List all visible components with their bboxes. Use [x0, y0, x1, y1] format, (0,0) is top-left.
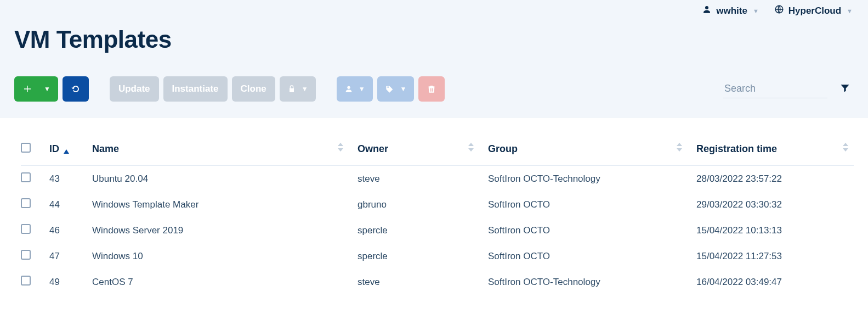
column-header-group-label: Group: [488, 143, 518, 154]
tag-icon: [385, 85, 395, 93]
svg-point-0: [705, 6, 708, 9]
table-row[interactable]: 47Windows 10spercleSoftIron OCTO15/04/20…: [21, 243, 854, 269]
topbar: wwhite ▼ HyperCloud ▼: [0, 0, 868, 19]
table-row[interactable]: 49CentOS 7steveSoftIron OCTO-Technology1…: [21, 269, 854, 295]
cell-group: SoftIron OCTO: [488, 217, 696, 243]
toolbar: ▼ Update Instantiate Clone: [14, 76, 854, 102]
sort-icon: [677, 143, 682, 154]
filter-icon[interactable]: [839, 82, 850, 96]
row-checkbox[interactable]: [21, 224, 31, 234]
trash-icon: [427, 84, 436, 94]
cell-id: 47: [49, 243, 92, 269]
page-header: VM Templates ▼ Update: [0, 19, 868, 117]
refresh-button[interactable]: [63, 76, 89, 102]
cell-registration: 16/04/2022 03:49:47: [696, 269, 854, 295]
cell-registration: 15/04/2022 10:13:13: [696, 217, 854, 243]
cell-group: SoftIron OCTO-Technology: [488, 166, 696, 192]
cell-owner: gbruno: [358, 192, 488, 217]
cell-group: SoftIron OCTO-Technology: [488, 269, 696, 295]
user-icon: [702, 4, 712, 17]
table-row[interactable]: 44Windows Template MakergbrunoSoftIron O…: [21, 192, 854, 217]
column-header-owner-label: Owner: [358, 143, 388, 154]
row-checkbox[interactable]: [21, 250, 31, 260]
page-title: VM Templates: [14, 26, 854, 53]
caret-down-icon: ▼: [753, 8, 759, 14]
table-row[interactable]: 46Windows Server 2019spercleSoftIron OCT…: [21, 217, 854, 243]
cell-name: Windows 10: [92, 243, 358, 269]
sort-icon: [338, 143, 343, 154]
user-icon: [344, 85, 353, 93]
cell-id: 43: [49, 166, 92, 192]
cell-owner: steve: [358, 166, 488, 192]
cell-owner: steve: [358, 269, 488, 295]
cell-id: 49: [49, 269, 92, 295]
clone-button[interactable]: Clone: [232, 76, 275, 102]
row-checkbox[interactable]: [21, 276, 31, 286]
tenant-name: HyperCloud: [788, 5, 841, 16]
cell-owner: spercle: [358, 217, 488, 243]
svg-point-2: [347, 86, 350, 89]
user-name: wwhite: [716, 5, 747, 16]
plus-icon: [23, 85, 32, 93]
update-label: Update: [118, 83, 150, 94]
cell-registration: 29/03/2022 03:30:32: [696, 192, 854, 217]
column-header-name-label: Name: [92, 143, 119, 154]
cell-id: 46: [49, 217, 92, 243]
select-all-checkbox[interactable]: [21, 143, 31, 153]
caret-down-icon: ▼: [847, 8, 853, 14]
column-header-registration[interactable]: Registration time: [696, 133, 854, 166]
create-button[interactable]: ▼: [14, 76, 58, 102]
caret-down-icon: ▼: [302, 85, 308, 93]
tag-menu-button[interactable]: ▼: [377, 76, 415, 102]
cell-id: 44: [49, 192, 92, 217]
instantiate-button[interactable]: Instantiate: [163, 76, 228, 102]
lock-icon: [287, 85, 296, 93]
column-header-group[interactable]: Group: [488, 133, 696, 166]
refresh-icon: [70, 83, 81, 94]
table-row[interactable]: 43Ubuntu 20.04steveSoftIron OCTO-Technol…: [21, 166, 854, 192]
column-header-name[interactable]: Name: [92, 133, 358, 166]
column-header-registration-label: Registration time: [696, 143, 777, 154]
cell-name: Ubuntu 20.04: [92, 166, 358, 192]
user-menu[interactable]: wwhite ▼: [702, 4, 759, 17]
table-header-row: ID Name Owner: [21, 133, 854, 166]
column-header-id[interactable]: ID: [49, 133, 92, 166]
cell-owner: spercle: [358, 243, 488, 269]
row-checkbox[interactable]: [21, 198, 31, 208]
column-header-id-label: ID: [49, 143, 59, 154]
cell-group: SoftIron OCTO: [488, 192, 696, 217]
cell-name: CentOS 7: [92, 269, 358, 295]
owner-menu-button[interactable]: ▼: [337, 76, 373, 102]
clone-label: Clone: [241, 83, 266, 94]
cell-name: Windows Server 2019: [92, 217, 358, 243]
cell-registration: 15/04/2022 11:27:53: [696, 243, 854, 269]
caret-down-icon: ▼: [359, 85, 365, 93]
delete-button[interactable]: [418, 76, 445, 102]
row-checkbox[interactable]: [21, 172, 31, 182]
sort-icon: [843, 143, 848, 154]
caret-down-icon: ▼: [44, 85, 50, 93]
cell-name: Windows Template Maker: [92, 192, 358, 217]
search-input[interactable]: [723, 80, 827, 98]
cell-registration: 28/03/2022 23:57:22: [696, 166, 854, 192]
sort-asc-icon: [64, 145, 69, 156]
templates-table: ID Name Owner: [0, 117, 868, 295]
caret-down-icon: ▼: [400, 85, 407, 93]
globe-icon: [774, 4, 784, 17]
column-header-owner[interactable]: Owner: [358, 133, 488, 166]
cell-group: SoftIron OCTO: [488, 243, 696, 269]
sort-icon: [468, 143, 474, 154]
instantiate-label: Instantiate: [172, 83, 219, 94]
update-button[interactable]: Update: [110, 76, 159, 102]
lock-menu-button[interactable]: ▼: [280, 76, 316, 102]
tenant-menu[interactable]: HyperCloud ▼: [774, 4, 853, 17]
